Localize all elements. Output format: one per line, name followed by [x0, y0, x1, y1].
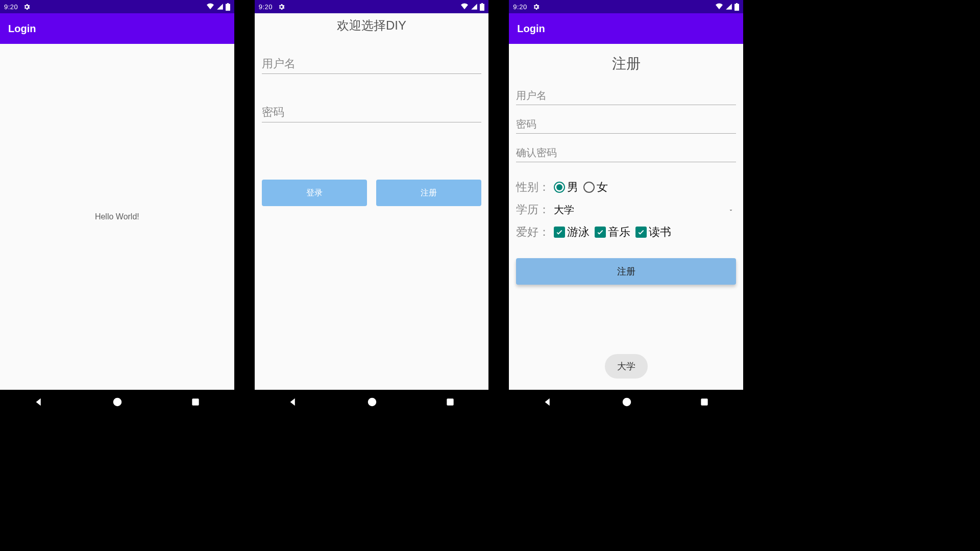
checkbox-music[interactable] [595, 227, 606, 238]
nav-bar [509, 390, 743, 416]
page-title: 欢迎选择DIY [262, 13, 482, 54]
nav-recent-icon[interactable] [699, 397, 709, 409]
status-bar: 9:20 [255, 0, 489, 13]
screen1-content: Hello World! [0, 44, 234, 390]
gear-icon [23, 3, 31, 11]
signal-icon [216, 3, 224, 10]
svg-point-4 [622, 398, 631, 407]
nav-home-icon[interactable] [621, 396, 632, 410]
signal-icon [471, 3, 478, 10]
nav-bar [255, 390, 489, 416]
nav-back-icon[interactable] [288, 396, 299, 410]
radio-female[interactable] [583, 182, 595, 193]
nav-back-icon[interactable] [543, 396, 554, 410]
nav-recent-icon[interactable] [445, 397, 455, 409]
nav-home-icon[interactable] [112, 396, 123, 410]
username-input[interactable] [516, 87, 736, 105]
status-bar: 9:20 [0, 0, 234, 13]
page-title: 注册 [516, 44, 736, 87]
status-clock: 9:20 [513, 3, 527, 11]
app-bar: Login [509, 13, 743, 44]
confirm-password-input[interactable] [516, 144, 736, 162]
hello-text: Hello World! [0, 212, 234, 221]
screen3-content: 注册 性别： 男 女 学历： 大学 爱好： 游泳 音乐 读书 注册 [509, 44, 743, 390]
status-clock: 9:20 [259, 3, 273, 11]
radio-female-label: 女 [597, 180, 608, 195]
submit-register-button[interactable]: 注册 [516, 258, 736, 285]
status-clock: 9:20 [4, 3, 18, 11]
hobby-row: 爱好： 游泳 音乐 读书 [516, 224, 736, 240]
svg-point-2 [368, 398, 377, 407]
device-3: 9:20 Login 注册 性别： 男 女 学历： 大学 [509, 0, 743, 416]
wifi-icon [715, 3, 723, 10]
app-title: Login [517, 23, 545, 35]
status-bar: 9:20 [509, 0, 743, 13]
nav-recent-icon[interactable] [190, 397, 201, 409]
nav-bar [0, 390, 234, 416]
wifi-icon [460, 3, 469, 10]
gear-icon [278, 3, 285, 11]
hobby-label: 爱好： [516, 224, 554, 240]
education-row: 学历： 大学 [516, 202, 736, 217]
education-value: 大学 [554, 203, 574, 217]
register-button[interactable]: 注册 [376, 180, 481, 206]
svg-rect-3 [447, 398, 453, 405]
gear-icon [532, 3, 540, 11]
password-input[interactable] [516, 115, 736, 134]
battery-icon [734, 3, 739, 11]
radio-male-label: 男 [567, 180, 578, 195]
education-spinner[interactable]: 大学 [554, 203, 736, 217]
password-input[interactable] [262, 103, 482, 122]
checkbox-read[interactable] [635, 227, 647, 238]
battery-icon [480, 3, 484, 11]
login-button[interactable]: 登录 [262, 180, 367, 206]
app-bar: Login [0, 13, 234, 44]
screen2-content: 欢迎选择DIY 登录 注册 [255, 13, 489, 390]
svg-point-0 [113, 398, 122, 407]
radio-male[interactable] [554, 182, 565, 193]
signal-icon [725, 3, 732, 10]
chevron-down-icon [728, 203, 734, 216]
checkbox-swim[interactable] [554, 227, 565, 238]
gender-label: 性别： [516, 180, 554, 195]
nav-home-icon[interactable] [366, 396, 378, 410]
checkbox-music-label: 音乐 [608, 224, 630, 240]
device-1: 9:20 Login Hello World! [0, 0, 234, 416]
svg-rect-1 [192, 398, 199, 405]
battery-icon [226, 3, 230, 11]
app-title: Login [8, 23, 36, 35]
svg-rect-5 [701, 398, 708, 405]
username-input[interactable] [262, 54, 482, 74]
education-label: 学历： [516, 202, 554, 217]
gender-row: 性别： 男 女 [516, 180, 736, 195]
checkbox-swim-label: 游泳 [567, 224, 590, 240]
device-2: 9:20 欢迎选择DIY 登录 注册 [255, 0, 489, 416]
nav-back-icon[interactable] [34, 396, 45, 410]
wifi-icon [206, 3, 214, 10]
toast: 大学 [605, 354, 648, 379]
checkbox-read-label: 读书 [649, 224, 671, 240]
